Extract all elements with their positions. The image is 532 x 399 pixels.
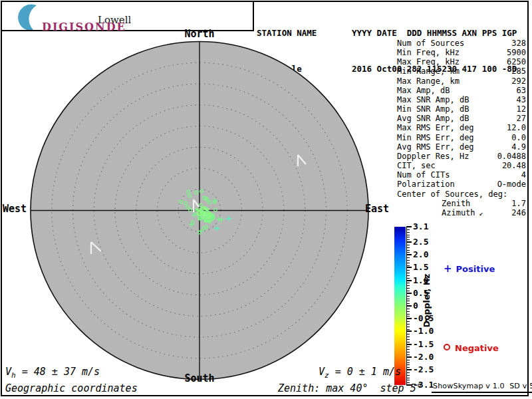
zenith-scale-label: Zenith: max 40° step 5° [278,382,422,394]
plus-marker-icon: + [444,263,452,275]
stat-row: Min RMS Err, deg0.0 [397,133,526,142]
colorbar-tick [406,331,412,332]
stat-row: Max Freq, kHz6250 [397,57,526,66]
stat-row: Avg RMS Err, deg4.9 [397,142,526,152]
stat-row: Doppler Res, Hz0.0488 [397,152,526,161]
colorbar-tick-label: 1.5 [413,262,428,272]
colorbar-tick [406,267,412,268]
legend-negative-label: Negative [455,343,499,353]
stat-row: Avg SNR Amp, dB27 [397,114,526,123]
colorbar-tick-label: -2.0 [413,352,434,362]
colorbar-tick [406,344,412,345]
stat-row: PolarizationO-mode [397,180,526,189]
legend-negative: Negative [444,343,499,353]
stat-row: Min Range, km285 [397,66,526,76]
doppler-colorbar [394,227,406,385]
stat-row: Num of CITs4 [397,170,526,180]
colorbar-tick-label: 3.1 [413,221,428,231]
stat-row: Num of Sources328 [397,39,526,48]
horizontal-velocity-readout: Vh = 48 ± 37 m/s [5,366,100,380]
stat-row: Max Range, km292 [397,76,526,86]
colorbar-tick-label: 2.5 [413,237,428,247]
legend-positive: +Positive [444,263,495,275]
colorbar-tick [406,226,412,227]
colorbar-tick [406,293,412,294]
colorbar-tick [406,254,412,255]
legend-positive-label: Positive [456,264,495,274]
colorbar-tick-label: -1.0 [413,326,434,336]
vertical-velocity-readout: Vz = 0 ± 1 m/s [319,366,401,380]
compass-east-label: East [365,203,389,215]
stat-row: Azimuth ↙246 [397,208,526,218]
stat-row: Zenith1.7 [397,199,526,208]
software-version-label: ShowSkymap v 1.0 SD v 5.1 [432,382,532,393]
colorbar-tick-label: 2.0 [413,249,428,259]
colorbar-title: Doppler, Hz [422,274,432,328]
measurement-stats-panel: Num of Sources328Min Freq, kHz5900Max Fr… [397,39,526,218]
showskymap-window: Lowell DIGISONDE STATION NAME YYYY DATE … [0,0,532,399]
stat-row: Center of Sources, deg: [397,190,526,199]
circle-marker-icon [444,344,450,350]
logo-text-digisonde: DIGISONDE [42,21,126,33]
stat-row: Max SNR Amp, dB43 [397,95,526,104]
stat-row: Max Amp, dB63 [397,86,526,95]
coordinate-system-label: Geographic coordinates [5,382,138,394]
colorbar-tick [406,356,412,358]
compass-south-label: South [184,372,214,384]
station-header-columns: STATION NAME YYYY DATE DDD HHMMSS AXN PP… [257,27,517,39]
compass-west-label: West [3,203,27,215]
stat-row: Min SNR Amp, dB12 [397,104,526,114]
colorbar-tick [406,369,412,370]
lowell-digisonde-logo: Lowell DIGISONDE [2,2,254,31]
colorbar-tick-label: -1.5 [413,339,434,349]
compass-north-label: North [184,28,214,40]
colorbar-tick-label: -2.5 [413,364,434,374]
colorbar-tick [406,280,412,281]
colorbar-tick [406,241,412,243]
colorbar-tick-label: 0 [413,301,418,311]
stat-row: CIT, sec20.48 [397,161,526,170]
stat-row: Min Freq, kHz5900 [397,48,526,57]
colorbar-tick [406,318,412,319]
colorbar-tick [406,305,412,307]
stat-row: Max RMS Err, deg12.0 [397,123,526,132]
